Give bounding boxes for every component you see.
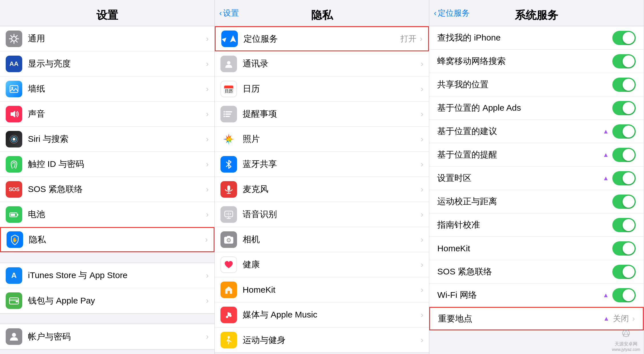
svg-text:✋: ✋ — [12, 237, 18, 242]
back-chevron: ‹ — [219, 9, 222, 18]
panel3-back-btn[interactable]: ‹ 定位服务 — [434, 8, 469, 19]
svg-rect-16 — [17, 214, 18, 216]
important-places-right: ▲ 关闭 › — [603, 313, 635, 324]
health-label: 健康 — [243, 259, 420, 270]
sos2-toggle-area[interactable] — [612, 265, 636, 279]
timezone-toggle[interactable] — [612, 171, 636, 185]
panel2-row-bluetooth[interactable]: 蓝牙共享 › — [215, 152, 429, 177]
panel2-row-location[interactable]: 定位服务 打开 › — [215, 26, 429, 51]
reminders-icon — [220, 106, 237, 122]
panel3-row-suggestions: 基于位置的建议 ▲ — [429, 120, 644, 143]
svg-rect-30 — [224, 87, 233, 88]
compass-toggle-area[interactable] — [612, 218, 636, 232]
wifi-toggle-area[interactable]: ▲ — [603, 288, 636, 302]
panel2-row-motion[interactable]: 运动与健身 › — [215, 327, 429, 353]
panel2-row-speech[interactable]: 语音识别 › — [215, 202, 429, 227]
speech-icon — [220, 206, 237, 223]
compass-toggle[interactable] — [612, 218, 636, 232]
homekit-label: HomeKit — [243, 285, 420, 295]
watermark-text: 天源安卓网 — [612, 341, 640, 347]
motion-cal-toggle-area[interactable] — [612, 195, 636, 209]
media-icon — [220, 307, 237, 323]
find-iphone-toggle-area[interactable] — [612, 31, 636, 45]
toggle-thumb — [623, 172, 635, 184]
cellular-label: 蜂窝移动网络搜索 — [437, 55, 612, 67]
find-iphone-toggle[interactable] — [612, 31, 636, 45]
timezone-toggle-area[interactable]: ▲ — [603, 171, 636, 185]
settings-row-siri[interactable]: Siri 与搜索 › — [0, 127, 214, 152]
photos-chevron: › — [421, 135, 423, 144]
reminders-loc-toggle[interactable] — [612, 148, 636, 162]
svg-point-50 — [226, 316, 228, 318]
microphone-label: 麦克风 — [243, 183, 420, 195]
system-services-panel: ‹ 定位服务 系统服务 查找我的 iPhone 蜂窝移动网络搜索 — [429, 0, 644, 354]
account-icon — [6, 328, 22, 345]
wallet-label: 钱包与 Apple Pay — [28, 295, 205, 307]
svg-rect-32 — [225, 111, 232, 112]
settings-row-general[interactable]: 通用 › — [0, 26, 214, 51]
touchid-label: 触控 ID 与密码 — [28, 158, 205, 170]
svg-rect-17 — [11, 214, 15, 216]
itunes-label: iTunes Store 与 App Store — [28, 270, 205, 281]
itunes-chevron: › — [206, 271, 208, 280]
ads-toggle[interactable] — [612, 101, 636, 115]
settings-row-wallet[interactable]: 钱包与 Apple Pay › — [0, 288, 214, 313]
settings-row-battery[interactable]: 电池 › — [0, 202, 214, 227]
suggestions-toggle-area[interactable]: ▲ — [603, 124, 636, 139]
settings-row-touchid[interactable]: 触控 ID 与密码 › — [0, 152, 214, 177]
ads-toggle-area[interactable] — [612, 101, 636, 115]
settings-row-privacy[interactable]: ✋ 隐私 › — [0, 227, 214, 252]
homekit2-toggle-area[interactable] — [612, 241, 636, 256]
sound-icon — [6, 106, 22, 122]
settings-row-wallpaper[interactable]: 墙纸 › — [0, 76, 214, 102]
general-label: 通用 — [28, 33, 205, 44]
panel2-row-health[interactable]: 健康 › — [215, 252, 429, 277]
display-aa: AA — [9, 60, 19, 68]
panel1-group3: 帐户与密码 › — [0, 324, 214, 349]
sos2-toggle[interactable] — [612, 265, 636, 279]
panel2-row-homekit[interactable]: HomeKit › — [215, 277, 429, 302]
panel2-row-photos[interactable]: 照片 › — [215, 127, 429, 152]
share-label: 共享我的位置 — [437, 79, 612, 90]
watermark: 天源安卓网 www.jytyaz.com — [612, 329, 640, 352]
panel1-list: 通用 › AA 显示与亮度 › 墙纸 — [0, 26, 214, 354]
settings-row-sound[interactable]: 声音 › — [0, 102, 214, 127]
wifi-toggle[interactable] — [612, 288, 636, 302]
homekit2-label: HomeKit — [437, 244, 612, 253]
reminders-chevron: › — [421, 110, 423, 119]
cellular-toggle[interactable] — [612, 54, 636, 68]
settings-row-itunes[interactable]: A iTunes Store 与 App Store › — [0, 263, 214, 288]
panel2-group1: 定位服务 打开 › 通讯录 › — [215, 26, 429, 353]
panel2-row-reminders[interactable]: 提醒事项 › — [215, 102, 429, 127]
settings-row-sos[interactable]: SOS SOS 紧急联络 › — [0, 177, 214, 202]
panel2-row-microphone[interactable]: 麦克风 › — [215, 177, 429, 202]
cellular-toggle-area[interactable] — [612, 54, 636, 68]
sos-icon: SOS — [6, 181, 22, 198]
settings-row-display[interactable]: AA 显示与亮度 › — [0, 51, 214, 76]
sound-label: 声音 — [28, 108, 205, 120]
suggestions-toggle[interactable] — [612, 124, 636, 139]
contacts-icon — [220, 56, 237, 72]
account-chevron: › — [206, 332, 208, 341]
share-toggle[interactable] — [612, 78, 636, 92]
important-places-label: 重要地点 — [438, 313, 603, 325]
motion-cal-toggle[interactable] — [612, 195, 636, 209]
reminders-label: 提醒事项 — [243, 108, 420, 120]
share-toggle-area[interactable] — [612, 78, 636, 92]
settings-row-account[interactable]: 帐户与密码 › — [0, 324, 214, 349]
svg-point-37 — [223, 116, 225, 117]
panel2-row-calendar[interactable]: 日历 日历 › — [215, 76, 429, 102]
panel3-group1: 查找我的 iPhone 蜂窝移动网络搜索 共享我的位置 — [429, 26, 644, 331]
panel2-row-camera[interactable]: 相机 › — [215, 227, 429, 252]
display-chevron: › — [206, 59, 208, 68]
homekit-chevron: › — [421, 285, 423, 294]
panel3-row-important-places[interactable]: 重要地点 ▲ 关闭 › — [429, 307, 644, 330]
reminders-loc-toggle-area[interactable]: ▲ — [603, 148, 636, 162]
important-places-chevron: › — [632, 314, 635, 323]
panel2-row-contacts[interactable]: 通讯录 › — [215, 51, 429, 76]
panel2-row-media[interactable]: 媒体与 Apple Music › — [215, 302, 429, 327]
siri-icon — [6, 131, 22, 147]
panel2-back-btn[interactable]: ‹ 设置 — [219, 8, 239, 19]
calendar-label: 日历 — [243, 83, 420, 95]
homekit2-toggle[interactable] — [612, 241, 636, 256]
